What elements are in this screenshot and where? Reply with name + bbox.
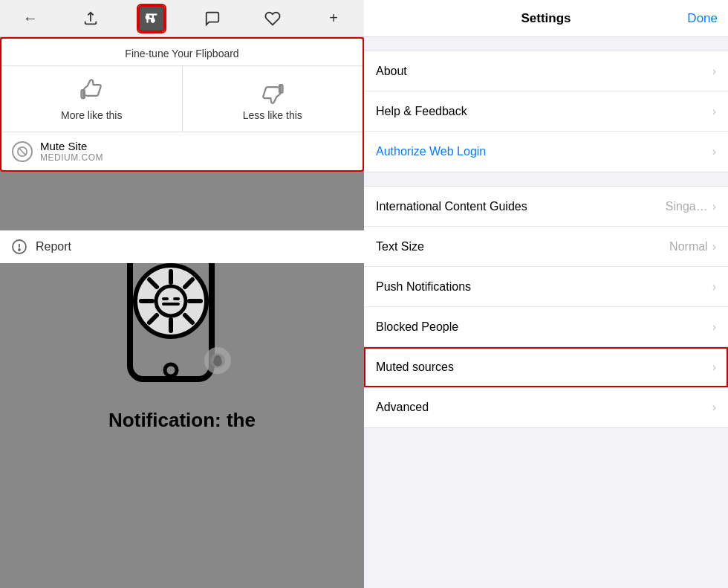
settings-row-advanced[interactable]: Advanced › <box>364 387 728 427</box>
share-icon[interactable] <box>77 5 104 32</box>
heart-icon[interactable] <box>259 5 286 32</box>
done-button[interactable]: Done <box>687 11 718 26</box>
fine-tune-buttons: More like this Less like this <box>1 66 363 132</box>
report-row[interactable]: Report <box>0 230 364 263</box>
muted-label: Muted sources <box>376 361 712 374</box>
settings-row-pushnotif[interactable]: Push Notifications › <box>364 267 728 307</box>
less-like-this-button[interactable]: Less like this <box>183 66 363 132</box>
mute-site-row[interactable]: Mute Site MEDIUM.COM <box>1 132 363 170</box>
intl-chevron: › <box>712 200 716 213</box>
fine-tune-popup: Fine-tune Your Flipboard More like this … <box>0 37 364 172</box>
settings-title: Settings <box>521 11 571 26</box>
settings-group-2: International Content Guides Singa… › Te… <box>364 186 728 428</box>
about-label: About <box>376 65 712 78</box>
add-icon[interactable]: + <box>320 5 347 32</box>
back-icon[interactable]: ← <box>17 5 44 32</box>
spacer-3 <box>364 428 728 442</box>
textsize-chevron: › <box>712 240 716 253</box>
settings-row-help[interactable]: Help & Feedback › <box>364 91 728 132</box>
muted-chevron: › <box>712 361 716 374</box>
more-like-this-button[interactable]: More like this <box>1 66 183 132</box>
svg-point-9 <box>165 364 177 376</box>
advanced-chevron: › <box>712 401 716 414</box>
settings-row-textsize[interactable]: Text Size Normal › <box>364 227 728 267</box>
svg-point-7 <box>152 19 155 22</box>
settings-row-blocked[interactable]: Blocked People › <box>364 307 728 347</box>
settings-content: About › Help & Feedback › Authorize Web … <box>364 37 728 588</box>
more-like-this-label: More like this <box>61 109 122 121</box>
toolbar: ← + <box>0 0 364 37</box>
advanced-label: Advanced <box>376 401 712 414</box>
report-label: Report <box>36 240 71 253</box>
right-panel: Settings Done About › Help & Feedback › … <box>364 0 728 588</box>
textsize-label: Text Size <box>376 240 669 253</box>
pushnotif-label: Push Notifications <box>376 280 712 294</box>
pushnotif-chevron: › <box>712 280 716 294</box>
svg-line-28 <box>19 147 27 155</box>
mute-site-url: MEDIUM.COM <box>40 152 103 163</box>
help-label: Help & Feedback <box>376 105 712 118</box>
about-chevron: › <box>712 65 716 78</box>
settings-row-intl[interactable]: International Content Guides Singa… › <box>364 187 728 227</box>
textsize-value: Normal <box>669 240 708 253</box>
filter-icon[interactable] <box>138 5 165 32</box>
notification-title: Notification: the <box>94 409 270 432</box>
report-icon <box>10 238 28 256</box>
comment-icon[interactable] <box>199 5 226 32</box>
settings-row-authorize[interactable]: Authorize Web Login › <box>364 132 728 172</box>
mute-site-icon <box>12 141 33 162</box>
authorize-label: Authorize Web Login <box>376 145 712 158</box>
mute-site-text: Mute Site MEDIUM.COM <box>40 140 103 163</box>
blocked-label: Blocked People <box>376 320 712 334</box>
left-panel: ← + <box>0 0 364 588</box>
settings-group-1: About › Help & Feedback › Authorize Web … <box>364 51 728 172</box>
blocked-chevron: › <box>712 320 716 334</box>
intl-value: Singa… <box>666 200 708 213</box>
authorize-chevron: › <box>712 145 716 158</box>
spacer-2 <box>364 172 728 186</box>
settings-row-muted[interactable]: Muted sources › <box>364 347 728 387</box>
settings-row-about[interactable]: About › <box>364 51 728 91</box>
spacer-1 <box>364 37 728 51</box>
help-chevron: › <box>712 105 716 118</box>
settings-header: Settings Done <box>364 0 728 37</box>
less-like-this-label: Less like this <box>243 109 302 121</box>
svg-point-4 <box>146 16 149 19</box>
svg-point-31 <box>19 249 20 251</box>
fine-tune-header: Fine-tune Your Flipboard <box>1 39 363 66</box>
intl-label: International Content Guides <box>376 200 666 213</box>
mute-site-title: Mute Site <box>40 140 103 152</box>
